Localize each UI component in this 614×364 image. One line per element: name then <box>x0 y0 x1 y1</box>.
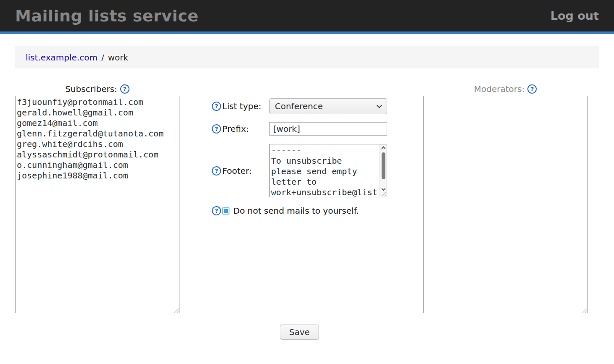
logout-link[interactable]: Log out <box>551 9 599 22</box>
subscribers-header: Subscribers: ? <box>15 82 179 96</box>
app-title: Mailing lists service <box>15 7 198 25</box>
checkbox-checked-mark <box>224 209 228 213</box>
dont-send-self-content: Do not send mails to yourself. <box>222 206 387 216</box>
footer-row: ? Footer: ------ To unsubscribe please s… <box>212 144 387 197</box>
list-type-select[interactable]: Conference <box>269 98 387 114</box>
prefix-input[interactable] <box>269 122 387 136</box>
list-type-select-wrap: Conference <box>269 98 387 114</box>
moderators-section: Moderators: ? <box>423 82 588 313</box>
dont-send-self-checkbox[interactable] <box>222 207 229 215</box>
breadcrumb-link[interactable]: list.example.com <box>26 52 98 63</box>
footer-textarea[interactable]: ------ To unsubscribe please send empty … <box>270 144 379 197</box>
list-type-label: List type: <box>222 101 269 111</box>
breadcrumb-separator: / <box>101 52 104 63</box>
moderators-header: Moderators: ? <box>423 82 588 96</box>
save-button[interactable]: Save <box>280 325 319 340</box>
main-content: Subscribers: ? f3juounfiy@protonmail.com… <box>0 82 614 313</box>
list-settings-form: ? List type: Conference ? Prefix: ? Foot… <box>212 82 387 216</box>
footer-textarea-box: ------ To unsubscribe please send empty … <box>269 144 387 197</box>
scroll-down-icon[interactable] <box>381 187 385 191</box>
breadcrumb-current: work <box>108 52 128 63</box>
dont-send-self-label[interactable]: Do not send mails to yourself. <box>233 206 359 216</box>
footer-scrollbar[interactable] <box>379 144 387 197</box>
prefix-row: ? Prefix: <box>212 122 387 136</box>
prefix-help-icon[interactable]: ? <box>212 124 221 134</box>
subscribers-textarea[interactable]: f3juounfiy@protonmail.com gerald.howell@… <box>15 96 179 313</box>
footer-label: Footer: <box>222 166 269 176</box>
dont-send-self-help-icon[interactable]: ? <box>212 206 221 215</box>
prefix-label: Prefix: <box>222 124 269 134</box>
list-type-help-icon[interactable]: ? <box>212 102 221 111</box>
app-header: Mailing lists service Log out <box>0 0 614 34</box>
footer-help-icon[interactable]: ? <box>212 166 221 175</box>
moderators-help-icon[interactable]: ? <box>527 84 537 94</box>
subscribers-textarea-wrap: f3juounfiy@protonmail.com gerald.howell@… <box>15 96 179 313</box>
subscribers-label: Subscribers: <box>65 84 117 94</box>
scroll-up-icon[interactable] <box>381 147 385 151</box>
save-row: Save <box>212 325 387 340</box>
dont-send-self-row: ? Do not send mails to yourself. <box>212 206 387 216</box>
scrollbar-thumb[interactable] <box>382 152 385 179</box>
list-type-row: ? List type: Conference <box>212 98 387 114</box>
moderators-textarea-wrap <box>423 96 588 313</box>
moderators-label: Moderators: <box>474 84 524 94</box>
subscribers-section: Subscribers: ? f3juounfiy@protonmail.com… <box>15 82 179 313</box>
breadcrumb: list.example.com / work <box>15 46 599 68</box>
moderators-textarea[interactable] <box>423 96 588 313</box>
subscribers-help-icon[interactable]: ? <box>120 84 129 94</box>
